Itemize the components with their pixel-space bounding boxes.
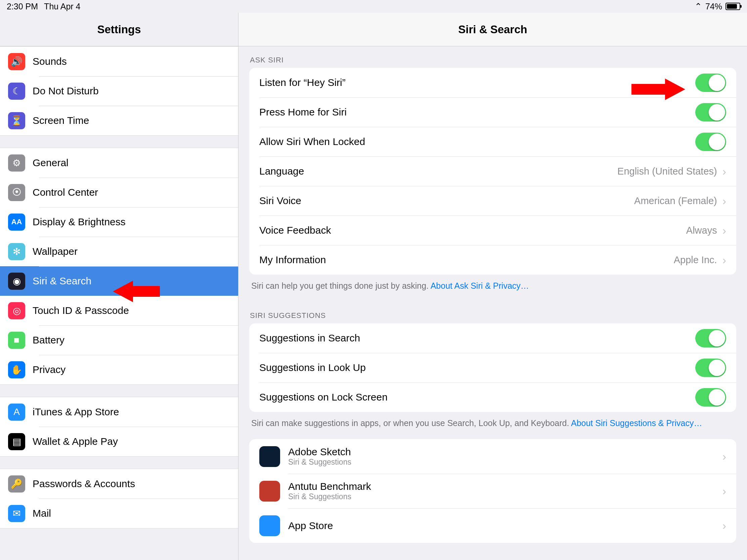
mail-icon: ✉	[8, 505, 25, 522]
toggle-switch[interactable]	[695, 103, 726, 122]
row-label: Voice Feedback	[259, 224, 331, 236]
chevron-right-icon: ›	[722, 165, 726, 178]
sidebar-item-siri-search[interactable]: ◉Siri & Search	[0, 266, 238, 296]
sidebar-item-label: Mail	[32, 508, 51, 519]
sidebar-item-label: Wallet & Apple Pay	[32, 436, 118, 447]
sidebar-item-label: Display & Brightness	[32, 216, 126, 228]
sidebar-item-do-not-disturb[interactable]: ☾Do Not Disturb	[0, 76, 238, 106]
ask-siri-row-voice-feedback[interactable]: Voice FeedbackAlways›	[249, 216, 736, 245]
chevron-right-icon: ›	[722, 254, 726, 267]
row-label: Suggestions on Lock Screen	[259, 392, 388, 403]
row-label: My Information	[259, 254, 326, 266]
row-label: Press Home for Siri	[259, 106, 346, 118]
siri-icon: ◉	[8, 273, 25, 290]
settings-title: Settings	[0, 13, 238, 46]
app-subtitle: Siri & Suggestions	[288, 492, 715, 501]
sidebar-item-display-brightness[interactable]: AADisplay & Brightness	[0, 207, 238, 237]
chevron-right-icon: ›	[722, 519, 726, 532]
wallet-icon: ▤	[8, 433, 25, 450]
toggle-switch[interactable]	[695, 329, 726, 347]
sidebar-item-battery[interactable]: ■Battery	[0, 325, 238, 355]
toggle-switch[interactable]	[695, 358, 726, 377]
row-value: English (United States)	[617, 166, 717, 177]
touch-icon: ◎	[8, 302, 25, 319]
sidebar-item-sounds[interactable]: 🔊Sounds	[0, 47, 238, 76]
sidebar-item-label: Screen Time	[32, 115, 89, 126]
status-battery: 74%	[705, 2, 722, 11]
ask-siri-row-listen-for-hey-siri-[interactable]: Listen for “Hey Siri”	[249, 68, 736, 97]
ask-siri-row-my-information[interactable]: My InformationApple Inc.›	[249, 245, 736, 275]
siri-suggestions-row-suggestions-in-search[interactable]: Suggestions in Search	[249, 323, 736, 353]
sidebar-item-label: Passwords & Accounts	[32, 478, 135, 489]
ask-siri-row-press-home-for-siri[interactable]: Press Home for Siri	[249, 97, 736, 127]
sidebar-item-touch-id-passcode[interactable]: ◎Touch ID & Passcode	[0, 296, 238, 325]
toggle-switch[interactable]	[695, 74, 726, 92]
chevron-right-icon: ›	[722, 484, 726, 498]
chevron-right-icon: ›	[722, 450, 726, 463]
row-label: Suggestions in Search	[259, 332, 360, 344]
app-row-app-store[interactable]: App Store›	[249, 508, 736, 543]
wifi-icon: ⌃︎	[695, 1, 702, 12]
chevron-right-icon: ›	[722, 224, 726, 237]
ask-siri-header: ASK SIRI	[238, 46, 747, 68]
display-icon: AA	[8, 214, 25, 231]
app-title: Antutu Benchmark	[288, 481, 715, 492]
row-value: Always	[686, 225, 717, 236]
row-value: American (Female)	[634, 195, 717, 207]
sidebar-item-label: General	[32, 157, 69, 168]
ask-siri-footer-link[interactable]: About Ask Siri & Privacy…	[431, 281, 529, 290]
row-label: Siri Voice	[259, 195, 301, 207]
sidebar-item-wallet-apple-pay[interactable]: ▤Wallet & Apple Pay	[0, 427, 238, 456]
siri-suggestions-row-suggestions-in-look-up[interactable]: Suggestions in Look Up	[249, 353, 736, 382]
app-subtitle: Siri & Suggestions	[288, 458, 715, 466]
toggle-switch[interactable]	[695, 388, 726, 406]
row-label: Suggestions in Look Up	[259, 362, 366, 373]
sidebar-item-label: Touch ID & Passcode	[32, 305, 129, 316]
app-row-adobe-sketch[interactable]: Adobe SketchSiri & Suggestions›	[249, 439, 736, 474]
control-icon: ⦿	[8, 184, 25, 201]
ask-siri-row-siri-voice[interactable]: Siri VoiceAmerican (Female)›	[249, 186, 736, 216]
app-row-antutu-benchmark[interactable]: Antutu BenchmarkSiri & Suggestions›	[249, 474, 736, 508]
gear-icon: ⚙	[8, 155, 25, 171]
screen-icon: ⏳	[8, 112, 25, 129]
sidebar-item-label: Do Not Disturb	[32, 85, 99, 97]
row-label: Language	[259, 165, 304, 177]
siri-suggestions-footer-link[interactable]: About Siri Suggestions & Privacy…	[571, 418, 702, 428]
wallpaper-icon: ✻	[8, 243, 25, 260]
sidebar-item-itunes-app-store[interactable]: AiTunes & App Store	[0, 397, 238, 427]
dnd-icon: ☾	[8, 83, 25, 100]
app-title: Adobe Sketch	[288, 446, 715, 458]
sidebar-item-general[interactable]: ⚙General	[0, 148, 238, 178]
row-value: Apple Inc.	[674, 255, 717, 266]
row-label: Allow Siri When Locked	[259, 136, 365, 148]
sidebar-item-screen-time[interactable]: ⏳Screen Time	[0, 106, 238, 135]
sidebar-item-control-center[interactable]: ⦿Control Center	[0, 178, 238, 207]
sidebar-item-wallpaper[interactable]: ✻Wallpaper	[0, 237, 238, 266]
key-icon: 🔑	[8, 475, 25, 492]
battery-icon	[725, 3, 740, 10]
sound-icon: 🔊	[8, 53, 25, 70]
status-time: 2:30 PM	[7, 2, 38, 11]
siri-suggestions-row-suggestions-on-lock-screen[interactable]: Suggestions on Lock Screen	[249, 382, 736, 412]
ask-siri-row-allow-siri-when-locked[interactable]: Allow Siri When Locked	[249, 127, 736, 156]
sidebar-item-privacy[interactable]: ✋Privacy	[0, 355, 238, 384]
sidebar-item-label: Wallpaper	[32, 246, 78, 257]
app-icon	[259, 446, 280, 467]
sidebar-item-mail[interactable]: ✉Mail	[0, 499, 238, 528]
chevron-right-icon: ›	[722, 194, 726, 208]
app-icon	[259, 481, 280, 502]
siri-suggestions-footer: Siri can make suggestions in apps, or wh…	[238, 412, 747, 439]
status-bar: 2:30 PM Thu Apr 4 ⌃︎ 74%	[0, 0, 747, 13]
sidebar-item-passwords-accounts[interactable]: 🔑Passwords & Accounts	[0, 469, 238, 499]
batt-icon: ■	[8, 332, 25, 349]
sidebar-item-label: iTunes & App Store	[32, 406, 119, 418]
appstore-icon: A	[8, 404, 25, 421]
ask-siri-footer: Siri can help you get things done just b…	[238, 275, 747, 302]
toggle-switch[interactable]	[695, 133, 726, 151]
sidebar-item-label: Battery	[32, 335, 65, 346]
app-icon	[259, 515, 280, 536]
sidebar-item-label: Control Center	[32, 187, 98, 198]
sidebar-item-label: Siri & Search	[32, 275, 92, 287]
ask-siri-row-language[interactable]: LanguageEnglish (United States)›	[249, 156, 736, 186]
row-label: Listen for “Hey Siri”	[259, 77, 345, 88]
